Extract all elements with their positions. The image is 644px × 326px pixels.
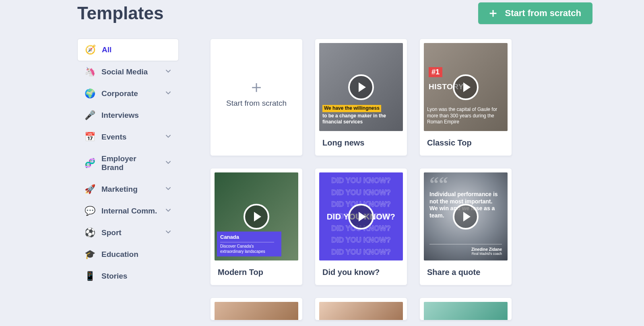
category-icon: ⚽ (85, 228, 95, 237)
category-icon: 📱 (85, 272, 95, 281)
page-title: Templates (77, 3, 163, 23)
start-from-scratch-label: Start from scratch (505, 8, 581, 18)
divider (429, 244, 502, 244)
template-thumbnail: DID YOU KNOW?DID YOU KNOW?DID YOU KNOW?D… (319, 172, 403, 260)
template-thumbnail: ““Individual performance is not the most… (424, 172, 508, 260)
template-title: Share a quote (420, 260, 512, 285)
start-from-scratch-card-label: Start from scratch (226, 99, 287, 108)
sidebar-item-events[interactable]: 📅Events (77, 126, 179, 148)
template-thumbnail (424, 302, 508, 320)
template-card[interactable] (210, 297, 303, 320)
sidebar-item-label: Corporate (101, 89, 138, 98)
category-icon: 🚀 (85, 185, 95, 194)
category-icon: 🌍 (85, 89, 95, 98)
sidebar-item-employer-brand[interactable]: 🧬Employer Brand (77, 148, 179, 178)
category-icon: 🦄 (85, 68, 95, 76)
template-card[interactable]: CanadaDiscover Canada's extraordinary la… (210, 168, 303, 285)
template-title: Did you know? (315, 260, 407, 285)
sidebar-item-corporate[interactable]: 🌍Corporate (77, 83, 179, 105)
category-icon: 💬 (85, 207, 95, 215)
sidebar-item-label: Education (101, 250, 138, 259)
template-thumbnail: CanadaDiscover Canada's extraordinary la… (215, 172, 298, 260)
template-thumbnail (215, 302, 298, 320)
play-icon (348, 74, 374, 100)
sidebar-item-social-media[interactable]: 🦄Social Media (77, 61, 179, 83)
category-icon: 🧭 (85, 45, 95, 54)
template-card[interactable]: ““Individual performance is not the most… (419, 168, 512, 285)
sidebar-item-stories[interactable]: 📱Stories (77, 265, 179, 287)
category-sidebar: 🧭All🦄Social Media🌍Corporate🎤Interviews📅E… (77, 39, 179, 287)
sidebar-item-internal-comm-[interactable]: 💬Internal Comm. (77, 200, 179, 222)
play-icon (453, 74, 479, 100)
sidebar-item-education[interactable]: 🎓Education (77, 244, 179, 265)
category-icon: 🧬 (85, 159, 95, 168)
template-thumbnail: We have the willingnessto be a change ma… (319, 43, 403, 131)
template-title: Classic Top (420, 131, 512, 156)
sidebar-item-label: Interviews (101, 111, 139, 120)
chevron-down-icon (165, 185, 171, 194)
thumbnail-attribution: Zinedine ZidaneReal Madrid's coach (429, 247, 502, 256)
sidebar-item-label: Stories (101, 272, 127, 281)
template-card[interactable] (315, 297, 407, 320)
sidebar-item-marketing[interactable]: 🚀Marketing (77, 178, 179, 200)
sidebar-item-label: Sport (101, 228, 122, 237)
sidebar-item-label: Employer Brand (101, 154, 159, 172)
template-card[interactable]: DID YOU KNOW?DID YOU KNOW?DID YOU KNOW?D… (315, 168, 407, 285)
play-icon (348, 204, 374, 230)
sidebar-item-interviews[interactable]: 🎤Interviews (77, 105, 179, 126)
category-icon: 🎤 (85, 111, 95, 120)
template-title: Long news (315, 131, 407, 156)
sidebar-item-sport[interactable]: ⚽Sport (77, 222, 179, 244)
chevron-down-icon (165, 207, 171, 215)
rank-badge: #1 (429, 67, 442, 77)
template-card[interactable] (419, 297, 512, 320)
sidebar-item-label: Events (101, 133, 126, 141)
sidebar-item-all[interactable]: 🧭All (77, 39, 179, 61)
start-from-scratch-button[interactable]: ＋ Start from scratch (478, 2, 592, 24)
chevron-down-icon (165, 133, 171, 141)
quote-icon: ““ (429, 178, 448, 189)
chevron-down-icon (165, 228, 171, 237)
template-card[interactable]: #1HISTORYLyon was the capital of Gaule f… (419, 39, 512, 156)
template-grid: ＋Start from scratchWe have the willingne… (210, 39, 512, 320)
sidebar-item-label: Marketing (101, 185, 138, 194)
template-card[interactable]: We have the willingnessto be a change ma… (315, 39, 407, 156)
chevron-down-icon (165, 89, 171, 98)
start-from-scratch-card[interactable]: ＋Start from scratch (210, 39, 303, 156)
sidebar-item-label: All (102, 45, 111, 54)
thumbnail-caption: Lyon was the capital of Gaule for more t… (427, 107, 504, 125)
sidebar-item-label: Internal Comm. (101, 207, 157, 215)
thumbnail-caption: CanadaDiscover Canada's extraordinary la… (217, 232, 281, 256)
play-icon (244, 204, 269, 230)
chevron-down-icon (165, 68, 171, 76)
template-thumbnail (319, 302, 403, 320)
play-icon (453, 204, 479, 230)
category-icon: 📅 (85, 133, 95, 141)
template-title: Modern Top (211, 260, 302, 285)
category-icon: 🎓 (85, 250, 95, 259)
template-thumbnail: #1HISTORYLyon was the capital of Gaule f… (424, 43, 508, 131)
sidebar-item-label: Social Media (101, 68, 148, 76)
chevron-down-icon (165, 159, 171, 168)
thumbnail-caption: We have the willingnessto be a change ma… (322, 105, 400, 125)
